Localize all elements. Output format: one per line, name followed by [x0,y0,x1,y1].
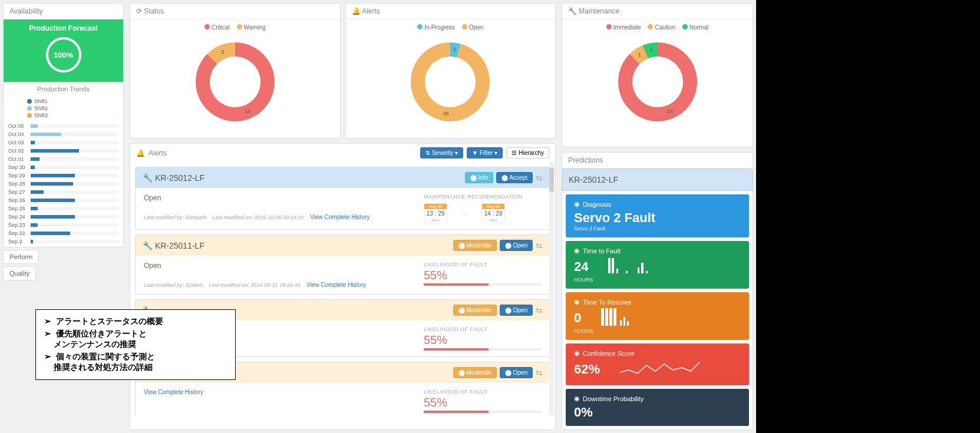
svg-rect-10 [626,271,628,273]
production-forecast-card: Production Forecast 100% [4,19,123,82]
annotation-overlay: アラートとステータスの概要 優先順位付きアラートと メンテンナンスの推奨 個々の… [35,309,236,380]
history-link[interactable]: View Complete History [144,389,203,395]
predictions-title: Predictions [562,153,753,168]
svg-rect-18 [620,320,622,326]
badge-moderate[interactable]: ⬤ Moderate [453,305,497,316]
trend-row: Sep 26 [8,196,118,204]
trends-legend: Shift1Shift2Shift3 [4,96,123,121]
alerts-list-title: Alerts [149,149,167,157]
status-title: ⟳ Status [130,4,340,19]
trend-row: Sep 23 [8,221,118,229]
svg-text:45: 45 [443,111,449,117]
svg-text:1: 1 [638,52,641,58]
card-icon: ◉ [574,395,580,402]
time-card: Aug 3014 : 292016 [481,203,505,223]
legend-item: Shift3 [27,113,100,118]
svg-rect-16 [609,308,612,326]
trend-row: Oct 01 [8,155,118,163]
wrench-icon: 🔧 [143,241,153,250]
history-link[interactable]: View Complete History [306,282,366,288]
card-icon: ◉ [574,298,580,306]
prediction-card-time-to-recover: ◉ Time To Recover 0 HOURS [566,292,749,340]
prediction-card-downtime-probability: ◉ Downtime Probability 0% [566,389,749,426]
status-panel: ⟳ Status CriticalWarning 142 [130,3,341,138]
prediction-card-time-to-fault: ◉ Time to Fault 24 HOURS [566,241,749,289]
prediction-card-diagnosis: ◉ Diagnosis Servo 2 Fault Servo 2 Fault [566,194,749,237]
trends-rows: Oct 05Oct 04Oct 03Oct 02Oct 01Sep 30Sep … [4,121,123,247]
filter-button[interactable]: ▼ Filter ▾ [467,147,503,158]
maintenance-panel: 🔧 Maintenance ImmediateCautionNormal 141… [562,3,753,147]
svg-text:14: 14 [245,108,250,114]
trend-row: Sep 22 [8,229,118,237]
badge-moderate[interactable]: ⬤ Moderate [453,367,497,378]
svg-rect-14 [601,308,604,326]
legend-item: Shift1 [27,98,100,104]
alert-header[interactable]: 🔧 KR-25011-LF ⬤ Moderate⬤ Open⇆ [136,235,550,256]
svg-rect-15 [605,308,608,326]
trend-row: Sep 27 [8,188,118,196]
forecast-ring: 100% [46,37,81,72]
svg-rect-8 [612,258,614,273]
trend-row: Sep 29 [8,171,118,180]
alerts-panel: 🔔 Alerts In-ProgressOpen 245 [345,3,556,138]
share-icon[interactable]: ⇆ [536,241,543,250]
trend-row: Sep 25 [8,204,118,213]
quality-tab[interactable]: Quality [3,266,36,280]
share-icon[interactable]: ⇆ [536,173,543,183]
legend-item: Shift2 [27,105,100,111]
donut-chart: 1411 [562,35,753,128]
donut-chart: 142 [130,35,340,128]
history-link[interactable]: View Complete History [310,214,369,220]
badge-open[interactable]: ⬤ Open [500,305,533,316]
share-icon[interactable]: ⇆ [536,368,543,378]
forecast-title: Production Forecast [8,24,118,32]
donut-chart: 245 [346,35,556,128]
trend-row: Oct 02 [8,147,118,155]
badge-open[interactable]: ⬤ Open [500,367,533,378]
donut-legend: ImmediateCautionNormal [562,19,753,35]
alert-card: 🔧 KR-25011-LF ⬤ Moderate⬤ Open⇆ OpenLast… [135,234,550,295]
card-icon: ◉ [574,200,580,208]
svg-rect-7 [608,258,611,273]
severity-sort-button[interactable]: ⇅ Severity ▾ [420,147,463,158]
alert-header[interactable]: 🔧 KR-25012-LF ⬤ Info⬤ Accept⇆ [136,167,550,188]
trend-row: Sep 30 [8,163,118,171]
svg-rect-11 [638,267,639,273]
svg-text:2: 2 [453,47,456,52]
scrollbar[interactable] [549,162,554,415]
maintenance-title: 🔧 Maintenance [562,4,753,19]
bell-icon: 🔔 [136,149,145,157]
wrench-icon: 🔧 [143,173,153,183]
svg-rect-12 [641,263,644,273]
availability-title: Availability [4,4,123,19]
trend-row: Oct 05 [8,122,118,130]
performance-tab[interactable]: Perform [3,250,39,264]
svg-text:1: 1 [649,47,652,52]
svg-rect-13 [646,271,648,273]
svg-rect-19 [623,317,625,326]
share-icon[interactable]: ⇆ [536,306,543,315]
card-icon: ◉ [574,349,580,357]
time-card: Aug 3013 : 292016 [424,203,447,223]
svg-rect-20 [627,321,629,326]
badge-open[interactable]: ⬤ Open [500,240,533,251]
alerts-title: 🔔 Alerts [346,4,556,19]
hierarchy-button[interactable]: ☰ Hierarchy [506,147,549,158]
donut-legend: CriticalWarning [130,19,340,35]
trend-row: Sep 24 [8,213,118,221]
trend-row: Sep 2 [8,237,118,246]
svg-text:2: 2 [221,49,224,55]
prediction-card-confidence-score: ◉ Confidence Score 62% [566,343,749,385]
svg-text:14: 14 [667,108,673,114]
trend-row: Oct 03 [8,138,118,147]
badge-accept[interactable]: ⬤ Accept [496,172,533,183]
black-area [756,0,980,433]
badge-moderate[interactable]: ⬤ Moderate [453,240,497,251]
trend-row: Oct 04 [8,130,118,138]
card-icon: ◉ [574,247,580,254]
donut-legend: In-ProgressOpen [346,19,556,35]
predictions-asset: KR-25012-LF [562,168,753,191]
trends-title: Production Trends [4,82,123,96]
alert-card: 🔧 KR-25012-LF ⬤ Info⬤ Accept⇆ OpenLast m… [135,167,550,230]
badge-info[interactable]: ⬤ Info [465,172,493,183]
